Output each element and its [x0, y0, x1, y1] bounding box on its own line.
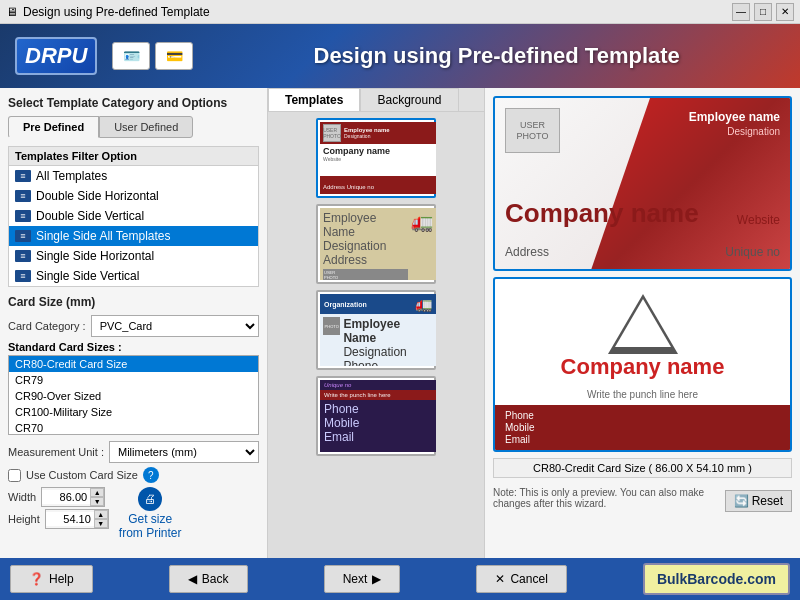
- tpl4-punch: Write the punch line here: [324, 392, 432, 398]
- close-button[interactable]: ✕: [776, 3, 794, 21]
- sizes-list: CR80-Credit Card Size CR79 CR90-Over Siz…: [8, 355, 259, 435]
- header-title: Design using Pre-defined Template: [208, 43, 785, 69]
- help-icon: ❓: [29, 572, 44, 586]
- get-size-button[interactable]: 🖨 Get sizefrom Printer: [119, 487, 182, 540]
- width-input[interactable]: [42, 490, 90, 504]
- id-card-icon: 🪪: [112, 42, 150, 70]
- filter-item-double-h[interactable]: Double Side Horizontal: [9, 186, 258, 206]
- template-card-3[interactable]: Organization 🚛 PHOTO Employee Name Desig…: [316, 290, 436, 370]
- size-cr100[interactable]: CR100-Military Size: [9, 404, 258, 420]
- filter-section: Templates Filter Option All Templates Do…: [8, 146, 259, 287]
- preview-company-name-2: Company name: [495, 354, 790, 380]
- preview-company-name: Company name: [505, 198, 699, 229]
- filter-dv-label: Double Side Vertical: [36, 209, 144, 223]
- height-spin-up[interactable]: ▲: [94, 510, 108, 519]
- tpl4-mobile: Mobile: [324, 416, 432, 430]
- filter-sh-icon: [15, 250, 31, 262]
- filter-sa-icon: [15, 230, 31, 242]
- reset-label: Reset: [752, 494, 783, 508]
- app-header: DRPU 🪪 💳 Design using Pre-defined Templa…: [0, 24, 800, 88]
- preview-website: Website: [737, 213, 780, 227]
- tpl3-org-label: Organization: [324, 301, 367, 308]
- main-content: Select Template Category and Options Pre…: [0, 88, 800, 558]
- drpu-logo: DRPU: [15, 37, 97, 75]
- height-input[interactable]: [46, 512, 94, 526]
- tab-user-defined[interactable]: User Defined: [99, 116, 193, 138]
- width-input-wrap: ▲ ▼: [41, 487, 105, 507]
- custom-size-label: Use Custom Card Size: [26, 469, 138, 481]
- size-cr90[interactable]: CR90-Over Sized: [9, 388, 258, 404]
- next-button[interactable]: Next ▶: [324, 565, 401, 593]
- tpl4-info: Phone Mobile Email: [320, 400, 436, 446]
- center-panel: Templates Background USERPHOTO Employee …: [268, 88, 485, 558]
- preview-email: Email: [505, 434, 780, 445]
- filter-item-single-v[interactable]: Single Side Vertical: [9, 266, 258, 286]
- preview-note: Note: This is only a preview. You can al…: [493, 484, 720, 512]
- maximize-button[interactable]: □: [754, 3, 772, 21]
- tpl1-website: Website: [323, 156, 433, 162]
- tab-background[interactable]: Background: [360, 88, 458, 111]
- cancel-button[interactable]: ✕ Cancel: [476, 565, 566, 593]
- width-spin-down[interactable]: ▼: [90, 497, 104, 506]
- card-size-section: Card Size (mm) Card Category : PVC_Card …: [8, 295, 259, 540]
- id-card-icon-2: 💳: [155, 42, 193, 70]
- tpl2-name: Employee Name: [323, 211, 408, 239]
- filter-sa-label: Single Side All Templates: [36, 229, 171, 243]
- height-spin-down[interactable]: ▼: [94, 519, 108, 528]
- title-bar: 🖥 Design using Pre-defined Template — □ …: [0, 0, 800, 24]
- measurement-select[interactable]: Milimeters (mm): [109, 441, 259, 463]
- filter-item-single-all[interactable]: Single Side All Templates: [9, 226, 258, 246]
- custom-size-checkbox[interactable]: [8, 469, 21, 482]
- card-size-display: CR80-Credit Card Size ( 86.00 X 54.10 mm…: [493, 458, 792, 478]
- back-label: Back: [202, 572, 229, 586]
- tpl2-info: Employee Name Designation Address USERPH…: [323, 211, 408, 280]
- size-cr70[interactable]: CR70: [9, 420, 258, 435]
- card-category-label: Card Category :: [8, 320, 86, 332]
- preview-employee-name: Employee name: [689, 110, 780, 124]
- height-input-wrap: ▲ ▼: [45, 509, 109, 529]
- help-button[interactable]: ❓ Help: [10, 565, 93, 593]
- filter-sh-label: Single Side Horizontal: [36, 249, 154, 263]
- tpl3-desig: Designation: [343, 345, 433, 359]
- width-spin-up[interactable]: ▲: [90, 488, 104, 497]
- tpl1-company: Company name: [323, 146, 433, 156]
- center-tabs: Templates Background: [268, 88, 484, 112]
- card-category-select[interactable]: PVC_Card: [91, 315, 259, 337]
- minimize-button[interactable]: —: [732, 3, 750, 21]
- tab-templates[interactable]: Templates: [268, 88, 360, 111]
- template-card-1[interactable]: USERPHOTO Employee nameDesignation Compa…: [316, 118, 436, 198]
- right-panel: USER PHOTO Employee name Designation Com…: [485, 88, 800, 558]
- size-cr80[interactable]: CR80-Credit Card Size: [9, 356, 258, 372]
- note-row: Note: This is only a preview. You can al…: [493, 484, 792, 512]
- next-arrow-icon: ▶: [372, 572, 381, 586]
- template-preview-1: USERPHOTO Employee nameDesignation Compa…: [320, 122, 436, 194]
- size-cr79[interactable]: CR79: [9, 372, 258, 388]
- template-card-2[interactable]: Employee Name Designation Address USERPH…: [316, 204, 436, 284]
- help-icon[interactable]: ?: [143, 467, 159, 483]
- template-card-4[interactable]: Unique no Write the punch line here Phon…: [316, 376, 436, 456]
- preview-phone: Phone: [505, 410, 780, 421]
- width-row: Width ▲ ▼: [8, 487, 109, 507]
- width-label: Width: [8, 491, 36, 503]
- tab-pre-defined[interactable]: Pre Defined: [8, 116, 99, 138]
- template-preview-4: Unique no Write the punch line here Phon…: [320, 380, 436, 452]
- filter-item-single-h[interactable]: Single Side Horizontal: [9, 246, 258, 266]
- tpl1-bottom: Address Unique no: [320, 176, 436, 194]
- reset-button[interactable]: 🔄 Reset: [725, 490, 792, 512]
- filter-item-double-v[interactable]: Double Side Vertical: [9, 206, 258, 226]
- filter-dv-icon: [15, 210, 31, 222]
- tpl4-mid: Write the punch line here: [320, 390, 436, 400]
- reset-icon: 🔄: [734, 494, 749, 508]
- custom-size-row: Use Custom Card Size ?: [8, 467, 259, 483]
- std-sizes-label: Standard Card Sizes :: [8, 341, 259, 353]
- preview-unique-no: Unique no: [725, 245, 780, 259]
- filter-item-all[interactable]: All Templates: [9, 166, 258, 186]
- back-button[interactable]: ◀ Back: [169, 565, 248, 593]
- tpl3-truck-icon: 🚛: [415, 296, 432, 312]
- preview-punch-line: Write the punch line here: [495, 389, 790, 400]
- tpl3-name: Employee Name: [343, 317, 433, 345]
- user-photo-label: USER PHOTO: [506, 120, 559, 142]
- filter-dh-label: Double Side Horizontal: [36, 189, 159, 203]
- bulk-barcode-brand: BulkBarcode.com: [643, 563, 790, 595]
- filter-all-icon: [15, 170, 31, 182]
